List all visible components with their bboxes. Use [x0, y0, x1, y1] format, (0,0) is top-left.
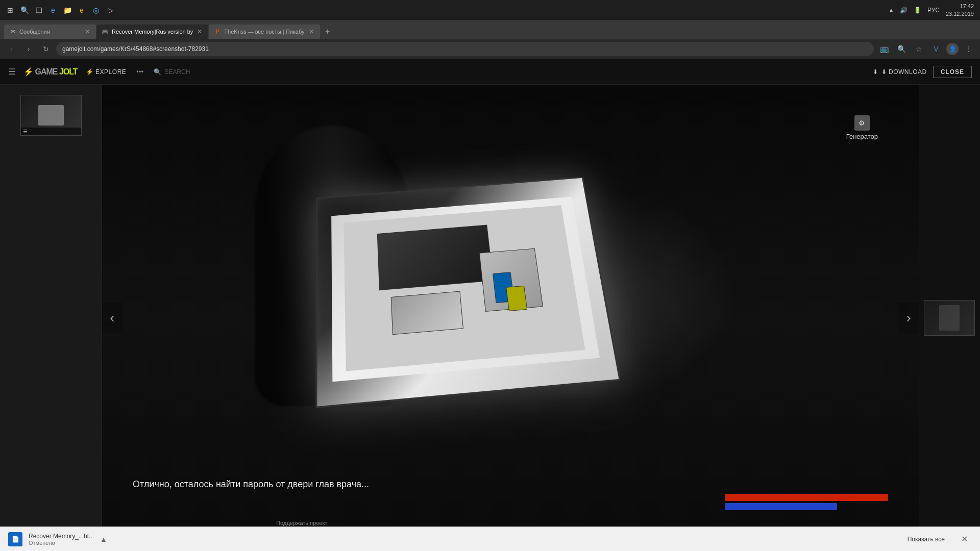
tab-close-gamejolt[interactable]: ✕ [196, 27, 203, 36]
tab-favicon-messages: ✉ [9, 28, 16, 35]
cast-icon[interactable]: 📺 [877, 42, 891, 56]
content-area: ☰ [0, 85, 980, 551]
url-input[interactable] [56, 42, 874, 56]
download-close-button[interactable]: ✕ [957, 532, 972, 546]
network-icon: 🔊 [900, 7, 908, 14]
gj-menu-icon[interactable]: ☰ [8, 67, 15, 77]
browser-window: ✉ Сообщения ✕ 🎮 Recover Memory|Rus versi… [0, 20, 980, 551]
language-indicator: РУС [927, 7, 940, 14]
gamejolt-header: ☰ ⚡ GAME JOLT ⚡ EXPLORE ••• 🔍 SEARCH ⬇ ⬇… [0, 59, 980, 85]
new-tab-button[interactable]: + [321, 24, 335, 39]
media-icon[interactable]: ▷ [104, 4, 116, 16]
tab-close-messages[interactable]: ✕ [84, 27, 91, 36]
taskbar: ⊞ 🔍 ❑ e 📁 e ◎ ▷ ▲ 🔊 🔋 РУС 17:42 23.12.20… [0, 0, 980, 20]
right-panel [919, 85, 980, 551]
tab-pikabu[interactable]: P TheKriss — все посты | Пикабу ✕ [209, 24, 320, 39]
generator-text: Генератор [846, 133, 878, 140]
next-screenshot-button[interactable]: › [898, 303, 919, 333]
search-bar-icon[interactable]: 🔍 [894, 42, 909, 56]
search-gj-icon: 🔍 [154, 68, 161, 76]
thumb-label: ☰ [21, 128, 81, 135]
download-status: Отменено [29, 540, 94, 546]
back-button[interactable]: ‹ [4, 42, 18, 56]
monitor-content [344, 205, 585, 371]
edge-icon[interactable]: e [47, 4, 59, 16]
download-bar: 📄 Recover Memory_...ht... Отменено ▲ Пок… [0, 527, 980, 551]
tabs-bar: ✉ Сообщения ✕ 🎮 Recover Memory|Rus versi… [0, 20, 980, 39]
card-component [391, 291, 463, 335]
ie-icon[interactable]: e [76, 4, 88, 16]
close-button[interactable]: CLOSE [933, 66, 972, 78]
avatar-icon[interactable]: 👤 [946, 43, 959, 55]
tab-favicon-pikabu: P [214, 28, 221, 35]
address-bar: ‹ › ↻ 📺 🔍 ☆ V 👤 ⋮ [0, 39, 980, 59]
download-expand-icon[interactable]: ▲ [100, 535, 107, 543]
download-filename: Recover Memory_...ht... [29, 533, 94, 540]
tab-title-gamejolt: Recover Memory|Rus version by [112, 29, 193, 35]
generator-icon: ⚙ [854, 115, 870, 131]
tab-favicon-gamejolt: 🎮 [102, 28, 109, 35]
sidebar-thumbnail[interactable]: ☰ [20, 95, 82, 136]
game-subtitle: Отлично, осталось найти пароль от двери … [133, 479, 369, 490]
download-file-icon: 📄 [8, 532, 22, 546]
left-panel: ☰ [0, 85, 102, 551]
system-clock: 17:42 23.12.2019 [946, 3, 974, 17]
generator-label-container: ⚙ Генератор [846, 115, 878, 140]
tab-close-pikabu[interactable]: ✕ [308, 27, 315, 36]
computer-monitor [315, 177, 621, 408]
download-info: Recover Memory_...ht... Отменено [29, 533, 94, 546]
gj-header-right: ⬇ ⬇ DOWNLOAD CLOSE [873, 66, 972, 78]
stamina-bar [725, 503, 837, 510]
prev-screenshot-button[interactable]: ‹ [102, 303, 122, 333]
chrome-icon[interactable]: ◎ [90, 4, 102, 16]
bookmark-icon[interactable]: ☆ [912, 42, 926, 56]
yellow-cylinder [506, 286, 527, 311]
taskbar-right: ▲ 🔊 🔋 РУС 17:42 23.12.2019 [883, 3, 980, 17]
gj-nav-explore[interactable]: ⚡ EXPLORE [86, 68, 127, 76]
health-bar [725, 494, 888, 501]
thumb-menu-icon: ☰ [23, 129, 28, 134]
tab-gamejolt[interactable]: 🎮 Recover Memory|Rus version by ✕ [96, 24, 208, 39]
folder-icon[interactable]: 📁 [61, 4, 74, 16]
game-screenshot: ⚙ Генератор Отлично, осталось найти паро… [102, 85, 919, 551]
taskbar-left: ⊞ 🔍 ❑ e 📁 e ◎ ▷ [0, 4, 120, 16]
gamejolt-logo: ⚡ GAME JOLT [23, 67, 78, 77]
explore-label: EXPLORE [95, 68, 126, 76]
volume-icon: 🔋 [914, 7, 921, 14]
download-button[interactable]: ⬇ ⬇ DOWNLOAD [873, 68, 927, 76]
tray-chevron[interactable]: ▲ [889, 7, 894, 13]
screenshot-viewer: ⚙ Генератор Отлично, осталось найти паро… [102, 85, 919, 551]
search-label: SEARCH [164, 68, 190, 76]
start-icon[interactable]: ⊞ [4, 4, 16, 16]
menu-icon[interactable]: ⋮ [962, 42, 976, 56]
gj-nav-more[interactable]: ••• [136, 68, 143, 76]
monitor-screen [331, 197, 600, 382]
tab-title-messages: Сообщения [19, 29, 81, 35]
status-bars [725, 494, 888, 510]
motherboard-component [377, 224, 494, 290]
next-screenshot-thumb[interactable] [924, 300, 975, 336]
gj-nav: ⚡ EXPLORE ••• 🔍 SEARCH [86, 68, 190, 76]
download-icon: ⬇ [873, 68, 878, 76]
forward-button[interactable]: › [21, 42, 36, 56]
explore-icon: ⚡ [86, 68, 94, 76]
show-all-button[interactable]: Показать все [901, 533, 951, 546]
gj-search[interactable]: 🔍 SEARCH [154, 68, 190, 76]
tab-messages[interactable]: ✉ Сообщения ✕ [4, 24, 96, 39]
vk-icon[interactable]: V [929, 42, 943, 56]
task-view-icon[interactable]: ❑ [33, 4, 45, 16]
search-icon[interactable]: 🔍 [18, 4, 31, 16]
refresh-button[interactable]: ↻ [39, 42, 53, 56]
tab-title-pikabu: TheKriss — все посты | Пикабу [224, 29, 304, 35]
